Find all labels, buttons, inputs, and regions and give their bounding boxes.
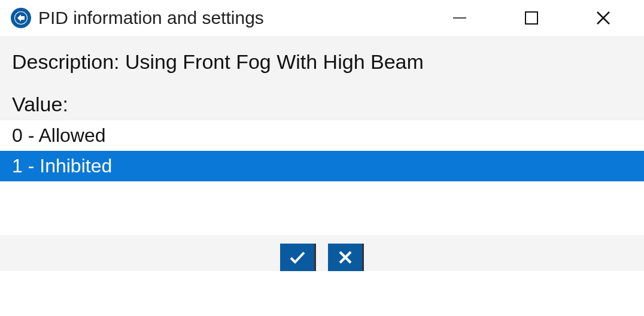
button-bar: [0, 235, 644, 271]
ok-button[interactable]: [280, 244, 316, 271]
cancel-button[interactable]: [328, 244, 364, 271]
value-label: Value:: [0, 93, 644, 120]
description-label: Description:: [12, 50, 120, 73]
titlebar: PID information and settings: [0, 0, 644, 36]
minimize-icon: [451, 9, 469, 27]
description-text: Using Front Fog With High Beam: [125, 50, 424, 73]
close-icon: [595, 10, 612, 26]
x-icon: [336, 248, 354, 266]
minimize-button[interactable]: [448, 6, 472, 30]
check-icon: [287, 249, 308, 266]
description-row: Description: Using Front Fog With High B…: [0, 50, 644, 93]
value-option-1[interactable]: 1 - Inhibited: [0, 151, 644, 181]
app-icon: [11, 8, 31, 28]
close-button[interactable]: [591, 6, 615, 30]
value-option-0[interactable]: 0 - Allowed: [0, 120, 644, 151]
value-list[interactable]: 0 - Allowed1 - Inhibited: [0, 120, 644, 181]
value-list-padding: [0, 181, 644, 235]
window-title: PID information and settings: [38, 8, 448, 28]
window-controls: [448, 6, 639, 30]
maximize-button[interactable]: [520, 6, 543, 30]
svg-rect-3: [525, 12, 537, 24]
client-area: Description: Using Front Fog With High B…: [0, 36, 644, 271]
maximize-icon: [524, 10, 539, 26]
